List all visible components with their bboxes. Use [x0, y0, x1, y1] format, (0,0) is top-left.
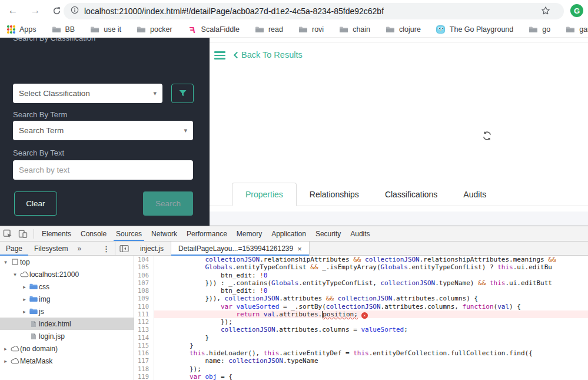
- code-line[interactable]: 106 btn_edit: !0: [134, 272, 588, 279]
- code-line[interactable]: 111 return val.attributes.position;×: [134, 310, 588, 318]
- devtools-tab-security[interactable]: Security: [311, 226, 346, 241]
- tree-item-metamask[interactable]: ▸MetaMask: [0, 355, 134, 367]
- bookmark-item-use-it[interactable]: use it: [90, 25, 121, 34]
- chevron-right-icon[interactable]: ▸: [2, 346, 9, 352]
- tab-properties[interactable]: Properties: [232, 183, 297, 206]
- bookmark-item-bb[interactable]: BB: [52, 25, 75, 34]
- chevron-down-icon[interactable]: ▾: [11, 272, 19, 277]
- devtools-tab-network[interactable]: Network: [147, 226, 182, 241]
- tree-item-no-domain[interactable]: ▸(no domain): [0, 342, 134, 355]
- code-line[interactable]: 112 });: [134, 318, 588, 326]
- properties-panel: [210, 212, 588, 226]
- bookmark-item-pocker[interactable]: pocker: [137, 25, 172, 34]
- code-line[interactable]: 117 name: collectionJSON.typeName: [134, 357, 588, 365]
- token: .activeEntityDef =: [279, 349, 353, 357]
- code-line[interactable]: 104 collectionJSON.relationshipAttribute…: [134, 256, 588, 263]
- bookmark-item-chain[interactable]: chain: [339, 25, 370, 34]
- token: btn_edit:: [158, 272, 260, 279]
- tree-item-login-jsp[interactable]: login.jsp: [0, 330, 134, 342]
- tree-item-img[interactable]: ▸img: [0, 293, 134, 305]
- bookmark-item-rovi[interactable]: rovi: [298, 25, 324, 34]
- bookmark-item-read[interactable]: read: [255, 25, 283, 34]
- token: name:: [158, 357, 228, 365]
- term-select[interactable]: Search Term ▾: [13, 121, 193, 140]
- forward-icon[interactable]: →: [28, 4, 42, 18]
- navigator-tab-filesystem[interactable]: Filesystem: [28, 242, 74, 256]
- bookmark-item-go[interactable]: go: [529, 25, 550, 34]
- back-to-results-link[interactable]: Back To Results: [233, 50, 303, 60]
- code-line[interactable]: 119 var obj = {: [134, 373, 588, 380]
- devtools-tab-application[interactable]: Application: [267, 226, 311, 241]
- back-icon[interactable]: ←: [6, 4, 20, 18]
- chevron-right-icon[interactable]: ▸: [21, 309, 28, 315]
- bookmark-item-clojure[interactable]: clojure: [386, 25, 421, 34]
- code-line[interactable]: 115 }: [134, 342, 588, 349]
- token: function: [463, 303, 494, 310]
- classification-select[interactable]: Select Classification ▾: [13, 84, 162, 103]
- devtools-tab-performance[interactable]: Performance: [182, 226, 232, 241]
- search-button[interactable]: Search: [143, 191, 193, 216]
- code-editor[interactable]: 104 collectionJSON.relationshipAttribute…: [134, 256, 588, 380]
- tree-item-top[interactable]: ▾top: [0, 256, 134, 268]
- url-text[interactable]: localhost:21000/index.html#!/detailPage/…: [84, 6, 384, 16]
- tree-item-js[interactable]: ▸js: [0, 305, 134, 318]
- tab-audits[interactable]: Audits: [450, 183, 499, 206]
- navigator-tab-page[interactable]: Page: [0, 242, 28, 256]
- grammarly-extension-icon[interactable]: G: [570, 4, 583, 17]
- token: ) {: [509, 303, 521, 310]
- line-number: 111: [134, 310, 154, 318]
- bookmark-item-gamer[interactable]: gamer: [566, 25, 588, 34]
- devtools-tab-console[interactable]: Console: [76, 226, 111, 241]
- chevron-right-icon[interactable]: ▸: [21, 284, 28, 290]
- devtools-tab-sources[interactable]: Sources: [111, 226, 147, 241]
- line-number: 104: [134, 256, 154, 263]
- code-line[interactable]: 118 });: [134, 365, 588, 373]
- hide-navigator-icon[interactable]: [115, 242, 133, 256]
- site-info-icon[interactable]: [71, 6, 79, 16]
- tree-item-localhost-21000[interactable]: ▾localhost:21000: [0, 268, 134, 280]
- kebab-menu-icon[interactable]: ⋮: [98, 244, 115, 253]
- code-line[interactable]: 107 })) : _.contains(Globals.entityTypeC…: [134, 279, 588, 287]
- tab-relationships[interactable]: Relationships: [297, 183, 372, 206]
- tab-classifications[interactable]: Classifications: [372, 183, 450, 206]
- menu-toggle-icon[interactable]: [214, 51, 225, 60]
- chevron-right-icon[interactable]: ▸: [2, 358, 9, 364]
- bookmark-item-scalafiddle[interactable]: FScalaFiddle: [188, 25, 240, 34]
- inspect-element-icon[interactable]: [0, 227, 15, 241]
- close-icon[interactable]: ×: [297, 244, 302, 253]
- token: collectionJSON: [338, 295, 393, 302]
- file-tab-inject-js[interactable]: inject.js: [133, 242, 171, 256]
- file-tab-detailpagelayou-1539941261239[interactable]: DetailPageLayou...=1539941261239×: [171, 242, 310, 256]
- bookmark-star-icon[interactable]: [541, 6, 550, 18]
- search-text-input[interactable]: [13, 160, 193, 180]
- tree-item-css[interactable]: ▸css: [0, 280, 134, 293]
- code-line[interactable]: 113 collectionJSON.attributes.columns = …: [134, 326, 588, 333]
- token: &&: [326, 295, 334, 302]
- more-tabs-icon[interactable]: »: [74, 244, 85, 253]
- code-line[interactable]: 114 }: [134, 334, 588, 342]
- code-line[interactable]: 109 })), collectionJSON.attributes && co…: [134, 295, 588, 302]
- tree-item-index-html[interactable]: index.html: [0, 318, 134, 330]
- clear-button[interactable]: Clear: [14, 191, 57, 216]
- devtools-tab-audits[interactable]: Audits: [346, 226, 374, 241]
- device-toolbar-icon[interactable]: [15, 227, 31, 241]
- devtools-tab-elements[interactable]: Elements: [37, 226, 76, 241]
- address-bar[interactable]: localhost:21000/index.html#!/detailPage/…: [64, 3, 564, 19]
- code-line[interactable]: 116 this.hideLoader(), this.activeEntity…: [134, 349, 588, 357]
- token: collectionJSON: [365, 256, 420, 263]
- browser-toolbar: ← → localhost:21000/index.html#!/detailP…: [0, 0, 588, 22]
- bookmark-item-apps[interactable]: Apps: [7, 25, 36, 34]
- bookmark-item-the-go-playground[interactable]: The Go Playground: [436, 25, 513, 34]
- devtools-tab-memory[interactable]: Memory: [232, 226, 267, 241]
- code-line[interactable]: 108 btn_edit: !0: [134, 287, 588, 295]
- filter-button[interactable]: [171, 84, 194, 103]
- classification-label: Search By Classification: [13, 38, 95, 42]
- chevron-right-icon[interactable]: ▸: [21, 296, 28, 302]
- code-line[interactable]: 105 Globals.entityTypeConfList && _.isEm…: [134, 263, 588, 271]
- chevron-down-icon[interactable]: ▾: [2, 259, 9, 265]
- code-line[interactable]: 110 var valueSorted = _.sortBy(collectio…: [134, 303, 588, 310]
- reload-icon[interactable]: [49, 4, 64, 18]
- line-number: 106: [134, 272, 154, 279]
- chevron-down-icon: ▾: [184, 127, 187, 134]
- token: Globals: [205, 263, 232, 271]
